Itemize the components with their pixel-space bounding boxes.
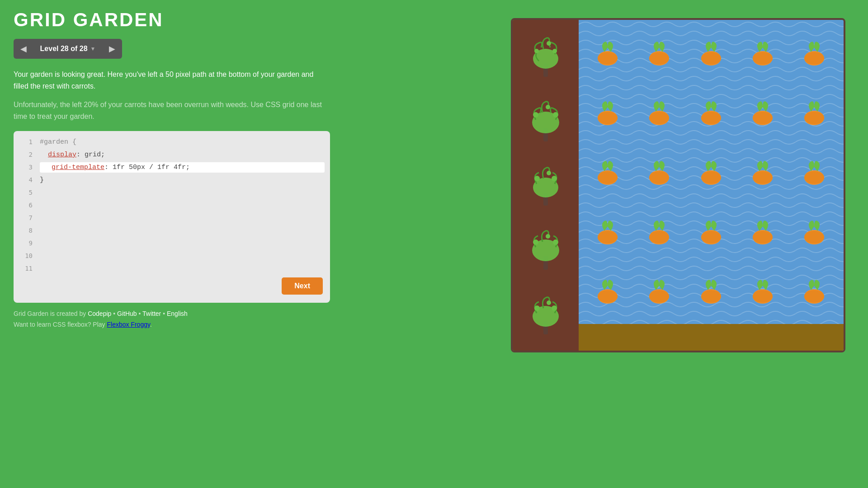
- svg-point-53: [753, 171, 773, 184]
- svg-point-67: [598, 290, 618, 303]
- carrot-cell-4-5: [790, 203, 839, 260]
- footer-second: Want to learn CSS flexbox? Play Flexbox …: [14, 321, 330, 328]
- svg-point-19: [553, 239, 558, 245]
- carrot-plant: [699, 218, 724, 245]
- flexbox-froggy-link[interactable]: Flexbox Froggy: [107, 321, 150, 328]
- carrot-cell-4-3: [687, 203, 736, 260]
- carrot-plant: [750, 159, 775, 186]
- svg-point-18: [533, 239, 538, 245]
- svg-point-14: [552, 176, 557, 181]
- svg-point-41: [701, 112, 721, 124]
- code-editor: 1 #garden { 2 display: grid; 3: [14, 131, 330, 303]
- carrot-cell-1-4: [738, 24, 787, 81]
- svg-point-33: [753, 52, 773, 65]
- carrot-cell-3-2: [635, 144, 684, 201]
- svg-point-29: [649, 52, 669, 65]
- level-label[interactable]: Level 28 of 28 ▼: [33, 45, 102, 53]
- carrot-cell-2-3: [687, 84, 736, 141]
- carrot-zone: [579, 20, 844, 351]
- svg-point-17: [546, 234, 550, 239]
- level-navigation: ◀ Level 28 of 28 ▼ ▶: [14, 39, 122, 59]
- svg-point-55: [804, 171, 824, 184]
- svg-point-47: [598, 171, 618, 184]
- svg-point-4: [547, 41, 551, 46]
- svg-point-73: [753, 290, 773, 303]
- svg-point-61: [701, 231, 721, 244]
- carrot-plant: [595, 218, 620, 245]
- code-line-11: 11: [14, 262, 330, 274]
- code-line-4: 4 }: [14, 174, 330, 186]
- footer: Grid Garden is created by Codepip • GitH…: [14, 310, 330, 317]
- svg-point-13: [534, 176, 540, 181]
- next-button[interactable]: Next: [282, 277, 323, 295]
- description-line2: Unfortunately, the left 20% of your carr…: [14, 99, 330, 122]
- carrot-plant: [802, 159, 827, 186]
- dirt-path: [579, 324, 844, 351]
- carrot-cell-3-1: [583, 144, 632, 201]
- code-lines[interactable]: 1 #garden { 2 display: grid; 3: [14, 136, 330, 274]
- carrot-plant: [802, 39, 827, 66]
- carrot-cell-5-5: [790, 263, 839, 320]
- weed-svg-3: [528, 160, 564, 210]
- code-line-1: 1 #garden {: [14, 136, 330, 148]
- twitter-link[interactable]: Twitter: [142, 310, 161, 317]
- code-line-5: 5: [14, 186, 330, 199]
- dropdown-arrow-icon: ▼: [90, 46, 96, 52]
- svg-point-22: [547, 300, 551, 305]
- carrot-plant: [595, 39, 620, 66]
- svg-point-7: [546, 105, 550, 109]
- svg-point-69: [649, 290, 669, 303]
- svg-point-3: [552, 49, 557, 53]
- carrot-plant: [647, 218, 672, 245]
- carrot-cell-2-4: [738, 84, 787, 141]
- github-link[interactable]: GitHub: [117, 310, 137, 317]
- svg-point-51: [701, 171, 721, 184]
- next-level-button[interactable]: ▶: [102, 39, 122, 59]
- carrot-cell-3-3: [687, 144, 736, 201]
- svg-point-43: [753, 112, 773, 124]
- svg-point-8: [533, 112, 538, 117]
- svg-point-35: [804, 52, 824, 65]
- carrot-cell-1-1: [583, 24, 632, 81]
- carrot-plant: [647, 99, 672, 126]
- weed-2: [528, 96, 564, 146]
- code-line-3[interactable]: 3 grid-template: 1fr 50px / 1fr 4fr;: [14, 161, 330, 174]
- carrot-cell-5-3: [687, 263, 736, 320]
- carrot-plant: [647, 159, 672, 186]
- carrot-cell-1-2: [635, 24, 684, 81]
- weed-svg-4: [528, 225, 564, 274]
- codepip-link[interactable]: Codepip: [88, 310, 111, 317]
- created-by-text: Grid Garden is created by: [14, 310, 86, 317]
- code-line-9: 9: [14, 237, 330, 249]
- code-line-8: 8: [14, 224, 330, 237]
- prev-level-button[interactable]: ◀: [14, 39, 33, 59]
- carrot-cell-1-5: [790, 24, 839, 81]
- svg-point-45: [804, 112, 824, 124]
- garden-panel: [511, 18, 845, 352]
- svg-point-75: [804, 290, 824, 303]
- carrot-cell-2-1: [583, 84, 632, 141]
- carrot-plant: [647, 39, 672, 66]
- code-line-6: 6: [14, 199, 330, 211]
- weed-svg-5: [528, 289, 564, 339]
- svg-point-59: [649, 231, 669, 244]
- carrot-plant: [750, 218, 775, 245]
- svg-point-9: [553, 112, 558, 117]
- carrot-plant: [595, 159, 620, 186]
- weed-4: [528, 225, 564, 274]
- svg-point-31: [701, 52, 721, 65]
- garden-container: [513, 20, 844, 351]
- carrot-cell-1-3: [687, 24, 736, 81]
- carrot-plant: [595, 99, 620, 126]
- carrot-plant: [699, 39, 724, 66]
- svg-point-57: [598, 231, 618, 244]
- next-btn-row: Next: [14, 274, 330, 298]
- carrot-cell-4-1: [583, 203, 632, 260]
- english-link[interactable]: English: [167, 310, 188, 317]
- svg-point-49: [649, 171, 669, 184]
- svg-point-12: [547, 171, 551, 175]
- carrot-cell-2-5: [790, 84, 839, 141]
- weed-svg-2: [528, 96, 564, 146]
- carrot-cell-4-4: [738, 203, 787, 260]
- carrot-cell-4-2: [635, 203, 684, 260]
